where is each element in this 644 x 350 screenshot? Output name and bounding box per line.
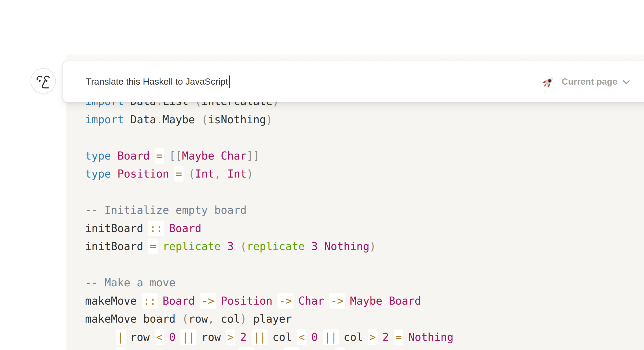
code-line: | isNothing (board !! row !! col) = Just xyxy=(85,346,453,350)
code-line: makeMove :: Board -> Position -> Char ->… xyxy=(85,292,453,310)
code-lines: import Data.List (intercalate)import Dat… xyxy=(85,92,453,350)
code-line: initBoard = replicate 3 (replicate 3 Not… xyxy=(85,237,453,256)
text-cursor xyxy=(229,75,230,88)
avatar xyxy=(31,68,56,93)
code-line xyxy=(85,256,453,274)
rocket-icon xyxy=(542,75,556,89)
code-line xyxy=(85,183,453,201)
ai-input-bar[interactable]: Translate this Haskell to JavaScript Cur… xyxy=(63,61,644,102)
prompt-text: Translate this Haskell to JavaScript xyxy=(86,76,228,87)
chevron-down-icon xyxy=(622,79,630,85)
code-line: import Data.Maybe (isNothing) xyxy=(85,111,453,129)
scope-selector[interactable]: Current page xyxy=(542,61,630,102)
code-line: type Position = (Int, Int) xyxy=(85,165,453,183)
code-line: initBoard :: Board xyxy=(85,219,453,238)
notion-ai-face-icon xyxy=(33,70,54,91)
code-line: makeMove board (row, col) player xyxy=(85,310,453,328)
code-line: -- Make a move xyxy=(85,274,453,292)
ai-prompt-input[interactable]: Translate this Haskell to JavaScript xyxy=(86,61,230,102)
code-line: | row < 0 || row > 2 || col < 0 || col >… xyxy=(85,328,453,347)
code-line: -- Initialize empty board xyxy=(85,201,453,219)
code-line: type Board = [[Maybe Char]] xyxy=(85,147,453,165)
code-line xyxy=(85,129,453,147)
scope-label: Current page xyxy=(562,77,617,87)
